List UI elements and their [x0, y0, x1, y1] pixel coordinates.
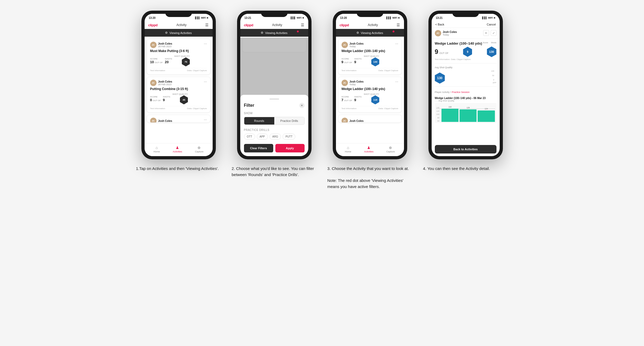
detail-title-section-4: Wedge Ladder (100–140 yds) Score Shots [435, 41, 496, 61]
detail-shots-badge-4: 9 [463, 47, 472, 57]
activity-card-1-1[interactable]: JC Josh Coles 28 Feb 2023 ··· Must Make … [147, 39, 211, 75]
phone-notch-3 [357, 11, 383, 17]
more-dots-3-2[interactable]: ··· [395, 80, 398, 83]
signal-icon-4: ▌▌▌ [482, 16, 487, 19]
step-1-description: 1.Tap on Activities and then 'Viewing Ac… [136, 166, 221, 172]
card-header-1-1: JC Josh Coles 28 Feb 2023 ··· [150, 42, 207, 48]
activity-card-3-3[interactable]: JC Josh Coles [338, 115, 402, 123]
detail-sq-badge-wrapper-4: 130 [487, 46, 496, 57]
card-user-3-3: JC Josh Coles [342, 118, 364, 123]
status-time-3: 13:20 [340, 16, 347, 19]
avg-shot-section-4: Avg Shot Quality 130 100 50 0 [435, 66, 496, 84]
filter-drill-label-2: Practice Drills [244, 129, 305, 131]
phone-notch-1 [165, 11, 192, 17]
card-header-1-2: JC Josh Coles 28 Feb 2023 ··· [150, 80, 207, 86]
banner-label-1: Viewing Activities [169, 31, 192, 35]
status-icons-4: ▌▌▌ WiFi ■ [482, 16, 495, 19]
score-label-3-1: Score [342, 58, 352, 60]
filter-modal-2[interactable]: Filter ✕ Show Rounds Practice Drills Pra… [240, 95, 308, 156]
banner-label-2: Viewing Activities [265, 31, 287, 35]
back-to-activities-btn-4[interactable]: Back to Activities [435, 145, 496, 153]
menu-icon-3[interactable]: ☰ [397, 23, 400, 27]
viewing-banner-2[interactable]: ⚙ Viewing Activities [240, 29, 308, 37]
edit-icon-4[interactable]: ✏ [483, 30, 489, 36]
app-title-2: Activity [272, 23, 282, 27]
wifi-icon-2: WiFi [297, 16, 302, 19]
activity-scroll-3: JC Josh Coles Today ··· Wedge Ladder (10… [336, 37, 404, 143]
chart-x-label-4: APP [447, 82, 496, 84]
nav-activities-1[interactable]: ♟ Activities [173, 146, 182, 153]
card-user-3-1: JC Josh Coles Today [342, 42, 364, 48]
avatar-3-3: JC [342, 118, 348, 123]
user-date-3-2: Today [350, 83, 364, 86]
activity-card-1-2[interactable]: JC Josh Coles 28 Feb 2023 ··· Putting Co… [147, 77, 211, 113]
mini-chart-4: 100 50 0 [447, 70, 496, 84]
chip-putt-2[interactable]: PUTT [283, 134, 295, 140]
player-activity-section-4: Player Activity • Practice Session [435, 89, 496, 94]
detail-footer-info-4: Test Information Data: Clippd Capture [435, 58, 496, 61]
nav-capture-1[interactable]: ⊕ Capture [195, 146, 203, 153]
expand-icon-4[interactable]: ⤢ [491, 30, 496, 36]
card-header-3-2: JC Josh Coles Today ··· [342, 80, 398, 86]
test-info-1-2: Test Information [150, 107, 165, 110]
activity-card-3-2[interactable]: JC Josh Coles Today ··· Wedge Ladder (10… [338, 77, 402, 113]
detail-user-icons-4: ✏ ⤢ [483, 30, 496, 36]
menu-icon-2[interactable]: ☰ [301, 23, 304, 27]
chip-ott-2[interactable]: OTT [244, 134, 255, 140]
detail-score-group-4: 9 OUT OF [435, 48, 449, 55]
activity-title-1-2: Putting Combine (3-15 ft) [150, 87, 207, 91]
user-name-1-2: Josh Coles [158, 80, 172, 83]
chip-app-2[interactable]: APP [257, 134, 268, 140]
app-title-3: Activity [368, 23, 378, 27]
shots-label-3-1: Shots [354, 58, 362, 60]
card-user-1-1: JC Josh Coles 28 Feb 2023 [150, 42, 172, 48]
step-4-column: 13:21 ▌▌▌ WiFi ■ < Back Cancel JC [423, 11, 508, 172]
test-info-1-1: Test Information [150, 69, 165, 72]
card-user-3-2: JC Josh Coles Today [342, 80, 364, 86]
stats-row-1-1: Score 10 OUT OF Shots 20 [150, 55, 207, 66]
activity-card-1-3[interactable]: JC Josh Coles ··· [147, 115, 211, 123]
viewing-banner-1[interactable]: ⚙ Viewing Activities [145, 29, 213, 37]
shots-value-1-2: 9 [163, 98, 170, 102]
activity-card-3-1[interactable]: JC Josh Coles Today ··· Wedge Ladder (10… [338, 39, 402, 75]
battery-icon-2: ■ [302, 16, 304, 19]
apply-btn-2[interactable]: Apply [275, 144, 305, 152]
cancel-btn-4[interactable]: Cancel [487, 23, 496, 26]
more-dots-1-1[interactable]: ··· [204, 42, 207, 45]
tab-rounds-2[interactable]: Rounds [244, 117, 274, 125]
user-info-1-3: Josh Coles [158, 119, 172, 122]
app-logo-2: clippd [244, 23, 253, 27]
more-dots-1-3[interactable]: ··· [204, 118, 207, 121]
card-user-1-3: JC Josh Coles [150, 118, 172, 123]
status-time-4: 13:21 [436, 16, 443, 19]
large-bar-4-2: 129 [460, 109, 477, 122]
more-dots-3-1[interactable]: ··· [395, 42, 398, 45]
large-bar-4-3: 124 [478, 110, 495, 122]
nav-capture-3[interactable]: ⊕ Capture [386, 146, 395, 153]
filter-actions-2: Clear Filters Apply [244, 144, 305, 152]
phone-4: 13:21 ▌▌▌ WiFi ■ < Back Cancel JC [428, 11, 503, 159]
user-info-3-1: Josh Coles Today [350, 42, 364, 48]
viewing-banner-3[interactable]: ⚙ Viewing Activities [336, 29, 404, 37]
score-label-1-1: Score [150, 58, 163, 60]
shots-value-3-2: 9 [354, 98, 362, 102]
close-btn-2[interactable]: ✕ [299, 103, 305, 108]
menu-icon-1[interactable]: ☰ [205, 23, 209, 27]
avatar-1-3: JC [150, 118, 157, 123]
score-label-1-2: Score [150, 96, 161, 98]
nav-home-3[interactable]: ⌂ Home [345, 146, 351, 153]
user-name-3-1: Josh Coles [350, 42, 364, 45]
large-chart-4: 140 120 100 80 60 132 [435, 103, 496, 123]
divider-4-1 [435, 63, 496, 63]
back-btn-4[interactable]: < Back [435, 23, 444, 26]
nav-activities-3[interactable]: ♟ Activities [364, 146, 374, 153]
chip-arg-2[interactable]: ARG [270, 134, 281, 140]
user-name-3-3: Josh Coles [350, 119, 364, 122]
stat-shots-3-2: Shots 9 [354, 96, 362, 102]
tab-practice-2[interactable]: Practice Drills [274, 117, 304, 125]
more-dots-1-2[interactable]: ··· [204, 80, 207, 83]
clear-filters-btn-2[interactable]: Clear Filters [244, 144, 273, 152]
nav-home-1[interactable]: ⌂ Home [154, 146, 160, 153]
avatar-3-1: JC [342, 42, 348, 48]
phone-notch-4 [452, 11, 479, 17]
